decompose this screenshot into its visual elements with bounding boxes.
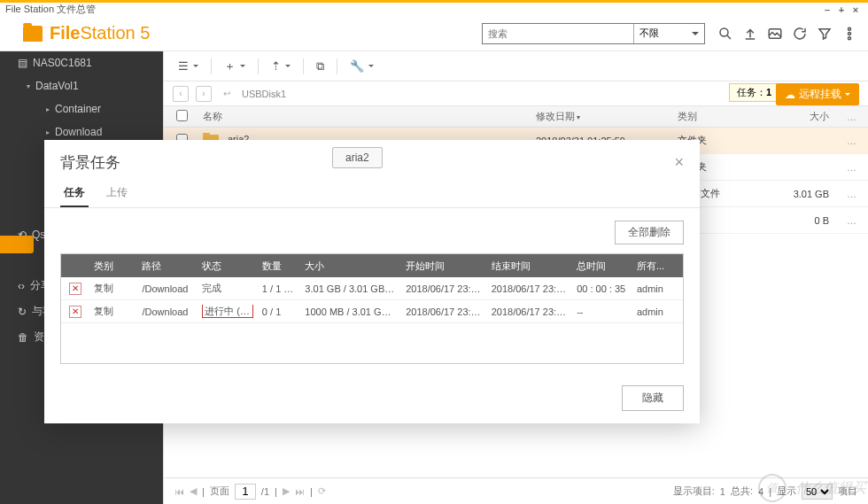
tree-root[interactable]: ▤ NAS0C1681 [0,51,163,74]
select-all-checkbox[interactable] [176,110,188,121]
pagination-bar: ⏮ ◀ | 页面 /1 | ▶ ⏭ | ⟳ 显示项目:1 总共:4 | 显示 5… [164,477,868,504]
settings-button[interactable]: 🔧 [345,56,379,76]
tree-folder-container[interactable]: ▸ Container [0,97,163,120]
page-prev-button[interactable]: ◀ [190,485,197,497]
tree-volume[interactable]: ▾ DataVol1 [0,74,163,97]
col-size[interactable]: 大小 [784,110,847,123]
task-row[interactable]: ✕ 复制 /Download 完成 1 / 1 (... 3.01 GB / 3… [61,277,683,300]
page-last-button[interactable]: ⏭ [295,486,305,497]
tab-tasks[interactable]: 任务 [60,180,89,207]
nav-up-button[interactable]: ↩ [219,86,235,102]
page-next-button[interactable]: ▶ [283,485,290,497]
page-first-button[interactable]: ⏮ [174,486,184,497]
close-window-button[interactable]: × [849,4,863,15]
page-input[interactable] [235,484,256,500]
search-input[interactable] [483,24,633,43]
expand-icon: ▸ [46,128,50,136]
app-logo-icon [23,26,43,42]
nav-forward-button[interactable]: › [196,86,212,102]
delete-all-button[interactable]: 全部删除 [615,221,684,244]
refresh-icon[interactable] [792,26,808,42]
new-folder-button[interactable]: ＋ [219,55,251,78]
expand-icon: ▸ [46,105,50,113]
gallery-icon[interactable] [767,26,783,42]
collapse-icon: ▾ [27,82,30,90]
minimize-button[interactable]: – [820,4,834,15]
svg-point-0 [720,28,728,36]
nav-back-button[interactable]: ‹ [173,86,189,102]
search-icon[interactable] [717,26,733,42]
dialog-chip[interactable]: aria2 [332,147,383,168]
view-mode-button[interactable]: ☰ [173,56,204,76]
remote-mount-button[interactable]: ☁远程挂载 [776,83,859,105]
row-menu[interactable]: … [847,215,868,226]
dialog-close-button[interactable]: × [674,153,684,172]
tab-upload[interactable]: 上传 [103,180,131,207]
background-tasks-dialog: 背景任务 aria2 × 任务 上传 全部删除 类别 路径 状态 数量 大小 开… [44,140,700,423]
dialog-tabs: 任务 上传 [44,180,700,208]
file-columns-header: 名称 修改日期▾ 类别 大小 … [164,106,868,128]
maximize-button[interactable]: + [834,4,849,15]
row-menu[interactable]: … [847,162,868,173]
search-box: 不限 [482,23,705,44]
sidebar-active-marker [0,236,34,253]
search-scope-select[interactable]: 不限 [633,24,704,43]
more-icon[interactable] [841,26,857,42]
app-logo-text: FileStation 5 [50,23,150,43]
task-delete-button[interactable]: ✕ [69,306,81,318]
task-delete-button[interactable]: ✕ [69,283,81,295]
col-type[interactable]: 类别 [678,110,784,123]
status-in-progress: 进行中 (9.. [202,305,253,318]
page-size-select[interactable]: 50 [802,484,833,500]
nas-icon: ▤ [18,57,27,69]
task-row[interactable]: ✕ 复制 /Download 进行中 (9.. 0 / 1 1000 MB / … [61,300,683,323]
window-title: File Station 文件总管 [5,3,96,16]
hide-button[interactable]: 隐藏 [622,385,684,411]
tasks-badge[interactable]: 任务：1 [729,83,779,102]
app-header: FileStation 5 不限 [0,16,868,51]
upload-icon[interactable] [742,26,758,42]
svg-point-5 [849,36,851,39]
copy-button[interactable]: ⧉ [311,56,329,77]
row-menu[interactable]: … [847,189,868,199]
svg-point-4 [849,32,851,35]
tasks-table: 类别 路径 状态 数量 大小 开始时间 结束时间 总时间 所有... ✕ 复制 … [60,253,684,364]
svg-line-1 [727,35,731,39]
col-name[interactable]: 名称 [199,110,536,123]
share-icon: ‹› [18,280,25,292]
breadcrumb-path[interactable]: USBDisk1 [242,89,286,99]
col-menu[interactable]: … [847,112,868,122]
dialog-title: 背景任务 [60,152,120,173]
window-titlebar: File Station 文件总管 – + × [0,0,868,16]
toolbar: ☰ ＋ ⇡ ⧉ 🔧 [164,51,868,81]
page-refresh-button[interactable]: ⟳ [318,485,326,497]
col-date[interactable]: 修改日期▾ [536,110,678,123]
shared-icon: ↻ [18,306,27,318]
tasks-table-header: 类别 路径 状态 数量 大小 开始时间 结束时间 总时间 所有... [61,254,683,277]
upload-button[interactable]: ⇡ [266,56,296,76]
row-menu[interactable]: … [847,136,868,146]
trash-icon: 🗑 [18,331,28,344]
filter-icon[interactable] [817,26,833,42]
svg-point-3 [849,27,851,30]
